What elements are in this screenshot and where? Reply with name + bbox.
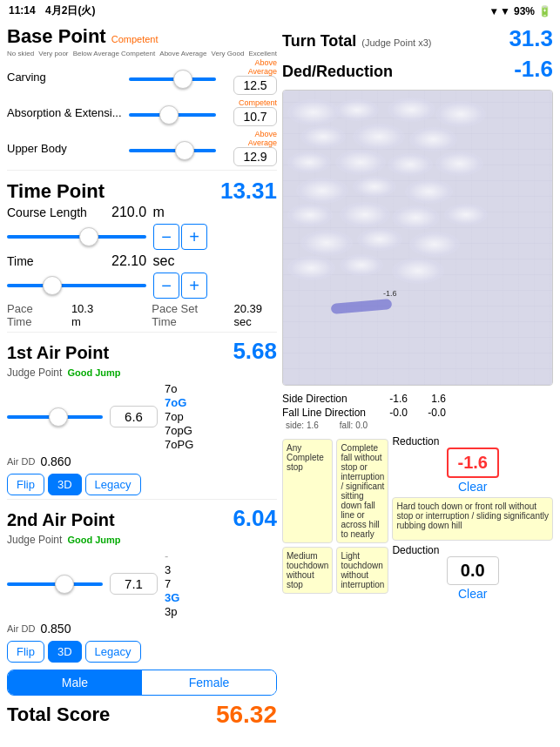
time-label: Time: [7, 254, 111, 268]
ded-label: Ded/Reduction: [282, 63, 393, 81]
second-air-value: 6.04: [233, 505, 277, 532]
absorption-slider-container: [129, 106, 233, 119]
side-direction-label: Side Direction: [282, 393, 369, 405]
first-air-title: 1st Air Point: [7, 343, 109, 363]
deduction-label: Deduction: [392, 544, 439, 556]
first-air-section: 1st Air Point 5.68 Judge Point Good Jump…: [7, 338, 277, 495]
penalty-light-touchdown[interactable]: Light touchdown without interruption: [336, 547, 388, 594]
time-point-section: Time Point 13.31 Course Length 210.0 m −…: [7, 178, 277, 328]
first-air-buttons: Flip 3D Legacy: [7, 474, 277, 495]
absorption-label: Absorption & Extensi...: [7, 106, 129, 119]
status-icons: ▾ ▼ 93% 🔋: [491, 5, 551, 17]
carving-label: Carving: [7, 71, 129, 84]
gender-toggle[interactable]: Male Female: [7, 670, 277, 696]
carving-slider[interactable]: [129, 77, 216, 81]
pace-set-value: 20.39 sec: [234, 302, 277, 328]
course-length-slider[interactable]: [7, 235, 146, 239]
first-air-legacy-btn[interactable]: Legacy: [85, 474, 141, 495]
first-air-jp-value: 6.6: [110, 406, 158, 427]
time-slider[interactable]: [7, 284, 146, 287]
penalty-complete-fall[interactable]: Complete fall without stop or interrupti…: [336, 439, 388, 543]
fall-line-val2: -0.0: [411, 407, 446, 419]
scale-labels: No skied Very poor Below Average Compete…: [7, 50, 277, 57]
base-point-title: Base Point: [7, 25, 106, 48]
female-btn[interactable]: Female: [142, 670, 276, 695]
absorption-slider[interactable]: [129, 113, 216, 117]
side-note: side: 1.6: [286, 421, 319, 430]
turn-total-sub: (Judge Point x3): [361, 37, 431, 48]
carving-slider-container: [129, 71, 233, 84]
penalty-boxes: Any Complete stop Complete fall without …: [282, 435, 388, 730]
turn-total-row: Turn Total (Judge Point x3) 31.3: [282, 25, 553, 52]
deduction-value: 0.0: [461, 561, 485, 580]
carving-value: 12.5: [233, 76, 277, 95]
absorption-value-label: Competent: [239, 98, 277, 107]
second-air-title: 2nd Air Point: [7, 510, 115, 530]
time-minus-btn[interactable]: −: [153, 273, 179, 299]
time-plus-btn[interactable]: +: [181, 273, 207, 299]
wifi-icon: ▾: [491, 5, 496, 17]
status-bar: 11:14 4月2日(火) ▾ ▼ 93% 🔋: [0, 0, 560, 22]
upper-body-value-label: Above Average: [233, 130, 277, 147]
pace-row: Pace Time 10.3 m Pace Set Time 20.39 sec: [7, 302, 277, 328]
course-length-slider-row: − +: [7, 224, 277, 250]
time-field-row: Time 22.10 sec: [7, 253, 277, 269]
right-header: Turn Total (Judge Point x3) 31.3 Ded/Red…: [282, 25, 553, 86]
second-air-jp-value: 7.1: [110, 573, 158, 595]
upper-body-slider[interactable]: [129, 149, 216, 152]
snow-visualization: -1.6: [282, 90, 553, 386]
left-panel: Base Point Competent No skied Very poor …: [7, 25, 277, 729]
penalty-any-stop[interactable]: Any Complete stop: [282, 439, 333, 543]
first-air-flip-btn[interactable]: Flip: [7, 474, 44, 495]
fall-line-row: Fall Line Direction -0.0 -0.0: [282, 407, 553, 419]
deduction-clear-btn[interactable]: Clear: [458, 587, 487, 601]
second-air-slider[interactable]: [7, 582, 103, 586]
pace-set-label: Pace Set Time: [152, 302, 216, 328]
first-air-dd-value: 0.860: [40, 454, 71, 468]
pace-time-label: Pace Time: [7, 302, 54, 328]
time-point-value: 13.31: [220, 178, 277, 205]
fall-line-label: Fall Line Direction: [282, 407, 369, 419]
ded-value: -1.6: [514, 56, 553, 83]
carving-value-label: Above Average: [233, 58, 277, 76]
second-air-jp-label: Judge Point: [7, 534, 62, 546]
deduction-section: Deduction 0.0 Clear: [392, 544, 553, 601]
ded-row: Ded/Reduction -1.6: [282, 56, 553, 83]
side-direction-val1: -1.6: [373, 393, 408, 405]
turn-total-label: Turn Total: [282, 32, 356, 50]
reduction-label: Reduction: [392, 435, 439, 448]
fall-line-val1: -0.0: [373, 407, 408, 419]
signal-icon: ▼: [500, 5, 510, 17]
upper-body-row: Upper Body Above Average 12.9: [7, 130, 277, 166]
pace-time-value: 10.3 m: [71, 302, 102, 328]
second-air-dd-value: 0.850: [40, 622, 71, 636]
first-air-3d-btn[interactable]: 3D: [48, 474, 82, 495]
reduction-clear-btn[interactable]: Clear: [458, 480, 487, 494]
penalty-area: Any Complete stop Complete fall without …: [282, 435, 553, 730]
right-panel: Turn Total (Judge Point x3) 31.3 Ded/Red…: [282, 25, 553, 729]
battery-icon: 🔋: [538, 5, 551, 17]
battery-text: 93%: [514, 5, 535, 17]
reduction-section: Reduction -1.6 Clear: [392, 435, 553, 494]
direction-section: Side Direction -1.6 1.6 Fall Line Direct…: [282, 393, 553, 432]
status-time: 11:14 4月2日(火): [9, 3, 95, 18]
first-air-options: 7o 7oG 7op 7opG 7oPG: [165, 382, 193, 451]
course-length-plus-btn[interactable]: +: [181, 224, 207, 250]
base-point-section: Base Point Competent No skied Very poor …: [7, 25, 277, 166]
absorption-value: 10.7: [233, 107, 277, 126]
male-btn[interactable]: Male: [8, 670, 142, 695]
upper-body-label: Upper Body: [7, 142, 129, 155]
penalty-hard-touch[interactable]: Hard touch down or front roll without st…: [392, 497, 553, 541]
side-direction-row: Side Direction -1.6 1.6: [282, 393, 553, 405]
penalty-medium-touchdown[interactable]: Medium touchdown without stop: [282, 547, 333, 594]
side-direction-val2: 1.6: [411, 393, 446, 405]
first-air-slider[interactable]: [7, 415, 103, 419]
second-air-jp-badge: Good Jump: [67, 535, 120, 545]
time-value: 22.10 sec: [111, 253, 277, 269]
course-length-minus-btn[interactable]: −: [153, 224, 179, 250]
time-slider-row: − +: [7, 273, 277, 299]
second-air-flip-btn[interactable]: Flip: [7, 641, 44, 663]
snow-texture: -1.6: [283, 91, 552, 385]
second-air-legacy-btn[interactable]: Legacy: [85, 641, 141, 663]
second-air-3d-btn[interactable]: 3D: [48, 641, 82, 663]
